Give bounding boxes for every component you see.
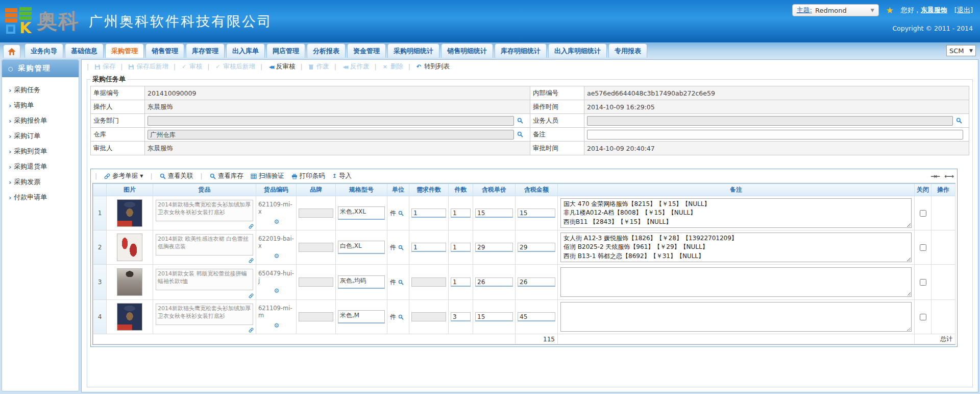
logout-link[interactable]: [退出] <box>954 6 973 15</box>
search-icon[interactable] <box>398 280 404 285</box>
brand-input[interactable] <box>299 208 333 218</box>
tab-inout-detail-stats[interactable]: 出入库明细统计 <box>548 43 607 58</box>
view-relation-button[interactable]: 查看关联 <box>160 172 193 180</box>
void-button[interactable]: 作废 <box>308 62 329 71</box>
reference-doc-button[interactable]: 参考单据▼ <box>104 172 143 180</box>
tab-purchase-detail-stats[interactable]: 采购明细统计 <box>387 43 439 58</box>
spec-input[interactable]: 米色,M <box>338 310 385 323</box>
sidebar-item-purchase-invoice[interactable]: ›采购发票 <box>2 174 79 190</box>
amount-input[interactable]: 29 <box>518 243 555 252</box>
tab-business-wizard[interactable]: 业务向导 <box>24 43 63 58</box>
qty-input[interactable]: 1 <box>451 277 471 287</box>
tab-sales-mgmt[interactable]: 销售管理 <box>145 43 184 58</box>
product-link-icon[interactable] <box>249 224 254 229</box>
sidebar-item-purchase-quote[interactable]: ›采购报价单 <box>2 113 79 128</box>
col-brand[interactable]: 品牌 <box>297 184 336 196</box>
sidebar-item-payment-request[interactable]: ›付款申请单 <box>2 190 79 205</box>
gear-icon[interactable]: ⚙ <box>258 287 295 294</box>
product-link-icon[interactable] <box>249 328 254 333</box>
tab-basic-info[interactable]: 基础信息 <box>65 43 104 58</box>
col-code[interactable]: 货品编码 <box>256 184 297 196</box>
remark-textarea[interactable]: 女人街 A12-3 媛悦服饰【1826】【￥28】【13922701209】 佰… <box>560 233 912 262</box>
search-icon[interactable] <box>398 211 404 216</box>
col-remark[interactable]: 备注 <box>558 184 915 196</box>
sidebar-item-purchase-task[interactable]: ›采购任务 <box>2 82 79 98</box>
scan-verify-button[interactable]: 扫描验证 <box>251 172 284 180</box>
import-button[interactable]: ↥导入 <box>332 172 352 180</box>
close-checkbox[interactable] <box>920 279 926 286</box>
warehouse-input[interactable]: 广州仓库 <box>148 130 514 140</box>
sidebar-item-purchase-return[interactable]: ›采购退货单 <box>2 159 79 174</box>
memo-input[interactable] <box>587 130 963 140</box>
search-icon[interactable] <box>517 131 523 137</box>
expand-columns-icon[interactable]: ←→ <box>944 172 953 180</box>
search-icon[interactable] <box>956 118 962 124</box>
spec-input[interactable]: 灰色,均码 <box>338 275 385 289</box>
qty-input[interactable]: 1 <box>451 208 471 218</box>
gear-icon[interactable]: ⚙ <box>258 322 295 329</box>
tab-analysis-reports[interactable]: 分析报表 <box>307 43 346 58</box>
tab-inventory-mgmt[interactable]: 库存管理 <box>186 43 225 58</box>
product-link-icon[interactable] <box>249 258 254 263</box>
price-input[interactable]: 29 <box>475 243 513 252</box>
dept-input[interactable] <box>148 116 514 126</box>
save-button[interactable]: 保存 <box>94 62 115 71</box>
product-photo[interactable] <box>117 199 142 227</box>
spec-input[interactable]: 米色,XXL <box>338 206 385 220</box>
qty-input[interactable]: 3 <box>451 312 471 321</box>
sidebar-item-requisition[interactable]: ›请购单 <box>2 98 79 113</box>
product-photo[interactable] <box>117 268 142 296</box>
remark-textarea[interactable] <box>560 302 912 332</box>
home-button[interactable] <box>3 44 20 58</box>
audit-button[interactable]: ✓审核 <box>181 62 202 71</box>
delete-button[interactable]: ×删除 <box>382 62 403 71</box>
tab-special-reports[interactable]: 专用报表 <box>608 43 647 58</box>
demand-qty-input[interactable] <box>411 277 446 287</box>
price-input[interactable]: 15 <box>475 208 513 218</box>
amount-input[interactable]: 15 <box>518 208 555 218</box>
reverse-void-button[interactable]: ◀◀反作废 <box>341 62 370 71</box>
col-qty[interactable]: 件数 <box>449 184 473 196</box>
remark-textarea[interactable]: 国大 470 金荣网络服饰【8215】【￥15】【NULL】 非凡1楼A012-… <box>560 198 912 228</box>
col-spec[interactable]: 规格型号 <box>336 184 387 196</box>
tab-in-out-orders[interactable]: 出入库单 <box>226 43 265 58</box>
sidebar-item-purchase-order[interactable]: ›采购订单 <box>2 128 79 144</box>
view-stock-button[interactable]: 查看库存 <box>210 172 243 180</box>
close-checkbox[interactable] <box>920 244 926 251</box>
spec-input[interactable]: 白色,XL <box>338 241 385 254</box>
collapse-columns-icon[interactable]: →← <box>930 172 939 180</box>
tab-inventory-detail-stats[interactable]: 库存明细统计 <box>495 43 547 58</box>
amount-input[interactable]: 45 <box>518 312 555 321</box>
amount-input[interactable]: 26 <box>518 277 555 287</box>
demand-qty-input[interactable]: 1 <box>411 243 446 252</box>
search-icon[interactable] <box>517 118 523 124</box>
qty-input[interactable]: 1 <box>451 243 471 252</box>
audit-and-new-button[interactable]: ✓审核后新增 <box>214 62 255 71</box>
gear-icon[interactable]: ⚙ <box>258 218 295 225</box>
salesman-input[interactable] <box>587 116 953 126</box>
search-icon[interactable] <box>398 314 404 320</box>
sidebar-item-purchase-arrival[interactable]: ›采购到货单 <box>2 144 79 159</box>
col-operation[interactable]: 操作 <box>932 184 955 196</box>
go-to-list-button[interactable]: ↶转到列表 <box>415 62 450 71</box>
gear-icon[interactable]: ⚙ <box>258 252 295 260</box>
product-photo[interactable] <box>117 234 142 261</box>
demand-qty-input[interactable]: 1 <box>411 208 446 218</box>
col-price-taxed[interactable]: 含税单价 <box>473 184 516 196</box>
close-checkbox[interactable] <box>920 210 926 217</box>
tab-funds-mgmt[interactable]: 资金管理 <box>347 43 386 58</box>
col-unit[interactable]: 单位 <box>387 184 409 196</box>
reverse-audit-button[interactable]: ◀◀反审核 <box>267 62 296 71</box>
col-close[interactable]: 关闭 <box>915 184 932 196</box>
brand-input[interactable] <box>299 243 333 252</box>
brand-input[interactable] <box>299 277 333 287</box>
username-link[interactable]: 东晨服饰 <box>921 6 947 14</box>
favorite-star-icon[interactable]: ★ <box>886 5 894 15</box>
col-amount-taxed[interactable]: 含税金额 <box>516 184 558 196</box>
product-photo[interactable] <box>117 303 142 331</box>
product-link-icon[interactable] <box>249 293 254 298</box>
remark-textarea[interactable] <box>560 267 912 297</box>
col-image[interactable]: 图片 <box>107 184 153 196</box>
save-and-new-button[interactable]: 保存后新增 <box>128 62 168 71</box>
scm-module-select[interactable]: SCM ▼ <box>946 45 976 56</box>
